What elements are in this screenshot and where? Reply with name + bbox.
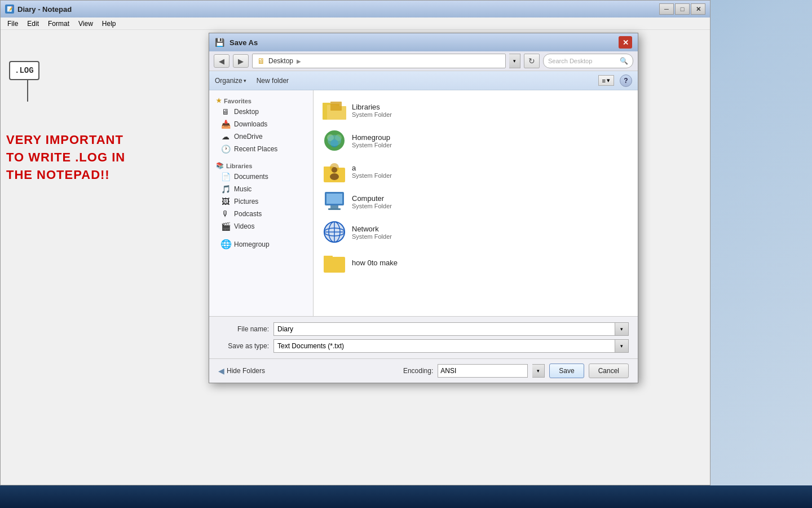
desktop-icon: 🖥: [220, 107, 231, 116]
svg-rect-17: [330, 205, 338, 208]
nav-divider-2: [209, 233, 313, 237]
menu-format[interactable]: Format: [43, 19, 74, 29]
file-item-homegroup[interactable]: Homegroup System Folder: [318, 125, 633, 156]
save-as-dialog: 💾 Save As ✕ ◀ ▶ 🖥 Desktop ▶ ▾ ↻ Search D…: [209, 33, 638, 383]
forward-button[interactable]: ▶: [233, 54, 249, 68]
save-type-input[interactable]: [273, 339, 615, 353]
videos-icon: 🎬: [220, 222, 231, 231]
save-type-dropdown[interactable]: ▾: [615, 339, 629, 353]
organize-bar: Organize New folder ≡ ▾ ?: [209, 71, 638, 90]
menu-view[interactable]: View: [74, 19, 98, 29]
minimize-button[interactable]: ─: [659, 3, 674, 15]
location-bar[interactable]: 🖥 Desktop ▶: [252, 54, 506, 68]
notepad-icon: 📝: [5, 5, 14, 14]
save-type-row: Save as type: ▾: [218, 339, 629, 353]
file-name-user: a: [352, 164, 392, 172]
search-bar[interactable]: Search Desktop 🔍: [543, 54, 633, 68]
left-panel: ★ Favorites 🖥 Desktop 📥 Downloads ☁ OneD…: [209, 90, 314, 316]
file-info-libraries: Libraries System Folder: [352, 103, 392, 118]
favorites-header: ★ Favorites: [209, 95, 313, 106]
nav-homegroup[interactable]: 🌐 Homegroup: [209, 237, 313, 251]
save-type-label: Save as type:: [218, 342, 269, 350]
svg-rect-1: [323, 103, 330, 105]
svg-rect-26: [324, 256, 333, 259]
file-type-homegroup: System Folder: [352, 142, 392, 148]
encoding-label: Encoding:: [403, 367, 433, 375]
cancel-button[interactable]: Cancel: [589, 364, 629, 378]
hide-folders-icon: ◀: [218, 366, 224, 375]
save-button[interactable]: Save: [549, 364, 584, 378]
close-notepad-button[interactable]: ✕: [691, 3, 705, 15]
file-item-computer[interactable]: Computer System Folder: [318, 186, 633, 217]
downloads-icon: 📥: [220, 120, 231, 129]
search-placeholder: Search Desktop: [548, 58, 592, 64]
howto-file-icon: [323, 251, 346, 274]
file-info-network: Network System Folder: [352, 225, 392, 240]
svg-point-13: [332, 167, 337, 173]
new-folder-button[interactable]: New folder: [252, 76, 293, 86]
file-name-howto: how 0to make: [352, 259, 398, 267]
dialog-close-button[interactable]: ✕: [619, 36, 632, 49]
view-button[interactable]: ≡ ▾: [598, 75, 614, 86]
file-info-homegroup: Homegroup System Folder: [352, 133, 392, 148]
file-item-libraries[interactable]: Libraries System Folder: [318, 95, 633, 125]
libraries-file-icon: [323, 98, 346, 122]
view-icon: ≡: [602, 77, 606, 84]
dialog-title: Save As: [230, 38, 258, 47]
svg-point-9: [328, 135, 341, 146]
svg-point-14: [330, 173, 339, 180]
file-name-label: File name:: [218, 325, 269, 333]
organize-button[interactable]: Organize: [215, 77, 246, 85]
nav-documents[interactable]: 📄 Documents: [209, 170, 313, 183]
nav-videos[interactable]: 🎬 Videos: [209, 220, 313, 233]
homegroup-file-icon: [323, 129, 346, 152]
nav-desktop[interactable]: 🖥 Desktop: [209, 106, 313, 118]
maximize-button[interactable]: □: [675, 3, 690, 15]
svg-rect-16: [326, 194, 342, 204]
svg-rect-4: [330, 102, 342, 111]
file-name-computer: Computer: [352, 194, 392, 203]
nav-pictures[interactable]: 🖼 Pictures: [209, 195, 313, 208]
file-info-howto: how 0to make: [352, 259, 398, 267]
view-dropdown-icon: ▾: [607, 77, 610, 84]
encoding-dropdown[interactable]: ▾: [532, 364, 545, 378]
podcasts-icon: 🎙: [220, 209, 231, 218]
svg-rect-25: [324, 257, 345, 273]
file-type-computer: System Folder: [352, 203, 392, 209]
menu-edit[interactable]: Edit: [23, 19, 43, 29]
file-name-input[interactable]: [273, 322, 615, 336]
dialog-footer: ◀ Hide Folders Encoding: ▾ Save Cancel: [209, 358, 638, 383]
recent-places-icon: 🕐: [220, 144, 231, 154]
title-controls: ─ □ ✕: [659, 3, 705, 15]
file-item-user[interactable]: a System Folder: [318, 156, 633, 186]
taskbar: [0, 485, 812, 508]
nav-downloads[interactable]: 📥 Downloads: [209, 118, 313, 130]
file-name-dropdown[interactable]: ▾: [615, 322, 629, 336]
nav-recent-places[interactable]: 🕐 Recent Places: [209, 143, 313, 155]
file-name-network: Network: [352, 225, 392, 233]
refresh-button[interactable]: ↻: [524, 54, 540, 68]
file-item-network[interactable]: Network System Folder: [318, 217, 633, 247]
hide-folders-label: Hide Folders: [227, 367, 265, 375]
menu-file[interactable]: File: [3, 19, 23, 29]
nav-divider-1: [209, 155, 313, 160]
encoding-select[interactable]: [438, 364, 528, 378]
nav-onedrive[interactable]: ☁ OneDrive: [209, 130, 313, 143]
back-button[interactable]: ◀: [214, 54, 230, 68]
file-info-computer: Computer System Folder: [352, 194, 392, 209]
nav-podcasts[interactable]: 🎙 Podcasts: [209, 208, 313, 220]
libraries-icon: 📚: [216, 162, 224, 169]
nav-music[interactable]: 🎵 Music: [209, 183, 313, 195]
hide-folders-button[interactable]: ◀ Hide Folders: [218, 366, 265, 375]
help-button[interactable]: ?: [620, 75, 632, 87]
pictures-icon: 🖼: [220, 197, 231, 206]
dialog-titlebar: 💾 Save As ✕: [209, 33, 638, 51]
user-file-icon: [323, 159, 346, 183]
favorites-star-icon: ★: [216, 97, 222, 104]
log-callout: .LOG: [9, 61, 39, 80]
menu-help[interactable]: Help: [98, 19, 121, 29]
file-item-howto[interactable]: how 0to make: [318, 247, 633, 278]
footer-right: Encoding: ▾ Save Cancel: [403, 364, 629, 378]
location-arrow: ▶: [297, 58, 301, 64]
location-dropdown-button[interactable]: ▾: [509, 54, 520, 68]
